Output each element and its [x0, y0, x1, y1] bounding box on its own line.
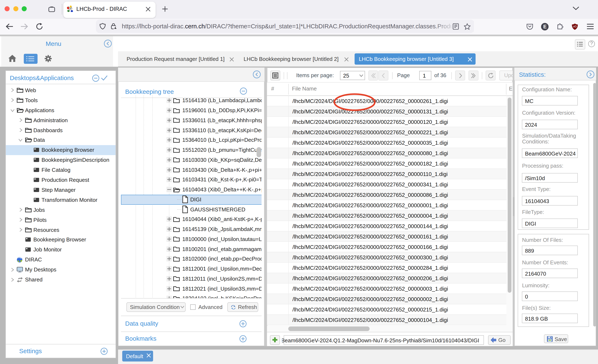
svg-text:uO: uO — [573, 24, 576, 28]
